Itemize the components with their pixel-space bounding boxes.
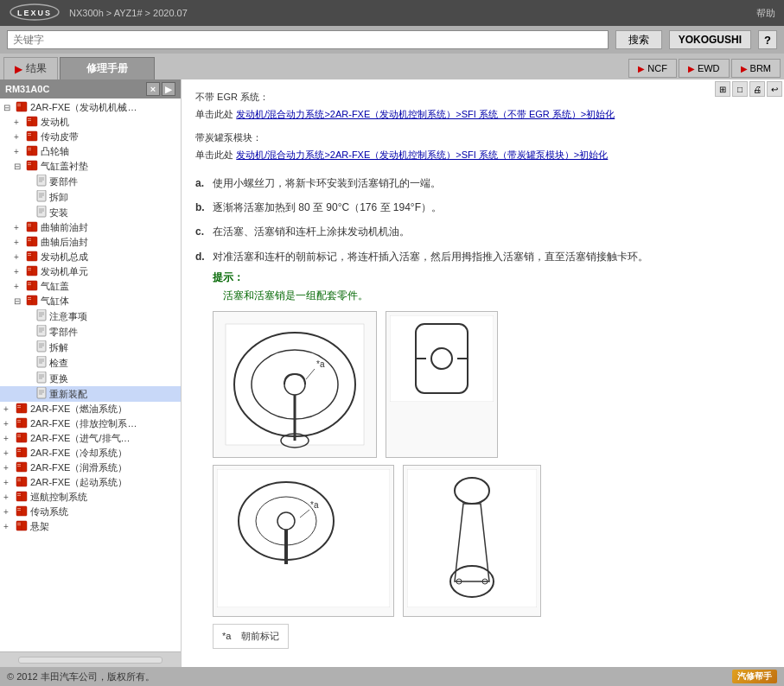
- toolbar-icon-3[interactable]: 🖨: [749, 81, 765, 97]
- tree-item[interactable]: +气缸盖: [0, 279, 181, 294]
- panel-expand-button[interactable]: ▶: [162, 82, 175, 96]
- tree-item[interactable]: +曲轴前油封: [0, 220, 181, 235]
- tree-item[interactable]: +悬架: [0, 519, 181, 534]
- tree-item[interactable]: 注意事项: [0, 308, 181, 324]
- tab-brm[interactable]: ▶ BRM: [731, 59, 781, 78]
- book-icon: [26, 265, 38, 278]
- tree-item[interactable]: ⊟2AR-FXE（发动机机械…: [0, 100, 181, 115]
- step-a: a. 使用小螺丝刀，将新卡环安装到活塞销孔的一端。: [195, 175, 770, 192]
- panel-close-button[interactable]: ×: [146, 82, 160, 96]
- link-section-1: 不带 EGR 系统： 单击此处 发动机/混合动力系统>2AR-FXE（发动机控制…: [195, 88, 770, 124]
- help-icon-button[interactable]: ?: [758, 30, 777, 49]
- tree-item[interactable]: +2AR-FXE（起动系统）: [0, 475, 181, 490]
- help-label[interactable]: 帮助: [756, 7, 775, 20]
- tree-item[interactable]: +2AR-FXE（润滑系统）: [0, 461, 181, 475]
- toolbar-icon-4[interactable]: ↩: [767, 81, 782, 97]
- svg-text:LEXUS: LEXUS: [17, 9, 52, 17]
- tree-item[interactable]: 拆卸: [0, 189, 181, 205]
- tree-item[interactable]: +2AR-FXE（排放控制系…: [0, 416, 181, 431]
- search-button[interactable]: 搜索: [615, 30, 662, 49]
- svg-rect-100: [17, 464, 21, 465]
- tree-item[interactable]: 零部件: [0, 324, 181, 340]
- tab-brm-label: BRM: [750, 63, 771, 73]
- piston-ring-svg: [390, 315, 494, 402]
- doc-icon: [36, 340, 47, 354]
- tree-item[interactable]: +传动皮带: [0, 130, 181, 144]
- link2-path[interactable]: 发动机/混合动力系统>2AR-FXE（发动机控制系统）>SFI 系统（带炭罐泵模…: [236, 149, 608, 160]
- book-icon: [16, 417, 28, 430]
- step-b: b. 逐渐将活塞加热到 80 至 90°C（176 至 194°F）。: [195, 199, 770, 216]
- piston-diagram-svg: *a: [217, 315, 373, 454]
- tree-item[interactable]: 更换: [0, 371, 181, 386]
- search-input[interactable]: [7, 30, 609, 49]
- book-icon: [26, 251, 38, 264]
- content-area[interactable]: 不带 EGR 系统： 单击此处 发动机/混合动力系统>2AR-FXE（发动机控制…: [182, 79, 784, 667]
- svg-rect-22: [37, 175, 46, 186]
- step-a-text: 使用小螺丝刀，将新卡环安装到活塞销孔的一端。: [213, 175, 441, 192]
- book-icon: [26, 221, 38, 234]
- tree-item[interactable]: ⊟气缸盖衬垫: [0, 159, 181, 174]
- svg-rect-49: [28, 270, 31, 270]
- step-c-text: 在活塞、活塞销和连杆上涂抹发动机机油。: [213, 223, 410, 240]
- tree-area[interactable]: ⊟2AR-FXE（发动机机械…+发动机+传动皮带+凸轮轴⊟气缸盖衬垫要部件拆卸安…: [0, 98, 181, 651]
- tab-result-arrow: ▶: [15, 63, 22, 75]
- tab-ewd-label: EWD: [698, 63, 720, 73]
- svg-rect-17: [28, 149, 31, 150]
- tree-item[interactable]: 要部件: [0, 174, 181, 189]
- tree-item[interactable]: ⊟气缸体: [0, 294, 181, 308]
- svg-rect-108: [17, 493, 21, 494]
- svg-rect-57: [28, 299, 31, 300]
- svg-rect-116: [17, 523, 21, 524]
- step-e-label: e.: [195, 664, 207, 667]
- tree-item[interactable]: +发动机: [0, 115, 181, 130]
- svg-rect-101: [17, 466, 21, 467]
- svg-rect-26: [37, 190, 46, 201]
- tab-bar: ▶ 结果 修理手册 ▶ NCF ▶ EWD ▶ BRM: [0, 54, 784, 79]
- svg-rect-48: [28, 268, 31, 269]
- tip1-text: 活塞和活塞销是一组配套零件。: [223, 289, 368, 302]
- step-e: e. 使用小螺丝刀，将新卡环安装到活塞销孔的另一侧。 提示： 确保卡环端隙未与活…: [195, 664, 770, 667]
- link1-path[interactable]: 发动机/混合动力系统>2AR-FXE（发动机控制系统）>SFI 系统（不带 EG…: [236, 109, 615, 119]
- tab-ncf[interactable]: ▶ NCF: [628, 59, 677, 78]
- tree-item[interactable]: 重新装配: [0, 386, 181, 402]
- svg-rect-41: [28, 240, 31, 241]
- tree-item[interactable]: +曲轴后油封: [0, 235, 181, 250]
- svg-rect-66: [37, 340, 46, 352]
- diagram-3: *a: [213, 465, 394, 617]
- not-pump-label: 带炭罐泵模块：: [195, 132, 262, 143]
- tab-result[interactable]: ▶ 结果: [3, 57, 58, 79]
- tab-manual[interactable]: 修理手册: [60, 57, 155, 79]
- tree-item[interactable]: +2AR-FXE（燃油系统）: [0, 402, 181, 416]
- tree-item[interactable]: +传动系统: [0, 505, 181, 519]
- svg-rect-5: [17, 105, 21, 106]
- tree-item[interactable]: +发动机总成: [0, 250, 181, 264]
- svg-rect-9: [28, 120, 31, 121]
- svg-rect-21: [28, 164, 31, 165]
- yokogushi-button[interactable]: YOKOGUSHI: [669, 30, 751, 49]
- book-icon: [16, 101, 28, 114]
- left-panel: RM31A0C × ▶ ⊟2AR-FXE（发动机机械…+发动机+传动皮带+凸轮轴…: [0, 79, 182, 667]
- doc-icon: [36, 356, 47, 370]
- tab-ewd[interactable]: ▶ EWD: [679, 59, 730, 78]
- topbar-left: LEXUS NX300h > AYZ1# > 2020.07: [9, 3, 188, 22]
- tree-item[interactable]: +2AR-FXE（冷却系统）: [0, 446, 181, 461]
- tree-item[interactable]: +凸轮轴: [0, 144, 181, 159]
- tree-item[interactable]: +发动机单元: [0, 264, 181, 279]
- tree-item[interactable]: 安装: [0, 205, 181, 220]
- tree-item[interactable]: 拆解: [0, 340, 181, 355]
- toolbar-icon-2[interactable]: □: [732, 81, 748, 97]
- bottom-bar: © 2012 丰田汽车公司，版权所有。 汽修帮手: [0, 667, 784, 686]
- tree-item[interactable]: 检查: [0, 355, 181, 371]
- svg-rect-37: [28, 225, 31, 226]
- toolbar-icon-1[interactable]: ⊞: [715, 81, 730, 97]
- doc-icon: [36, 387, 47, 401]
- svg-rect-52: [28, 283, 31, 283]
- tree-item[interactable]: +2AR-FXE（进气/排气…: [0, 431, 181, 446]
- svg-rect-93: [17, 436, 21, 437]
- top-bar: LEXUS NX300h > AYZ1# > 2020.07 帮助: [0, 0, 784, 26]
- tree-item[interactable]: +巡航控制系统: [0, 490, 181, 505]
- tab-brm-arrow: ▶: [741, 64, 748, 73]
- svg-rect-109: [17, 495, 21, 496]
- doc-icon: [36, 325, 47, 339]
- svg-rect-8: [28, 118, 31, 119]
